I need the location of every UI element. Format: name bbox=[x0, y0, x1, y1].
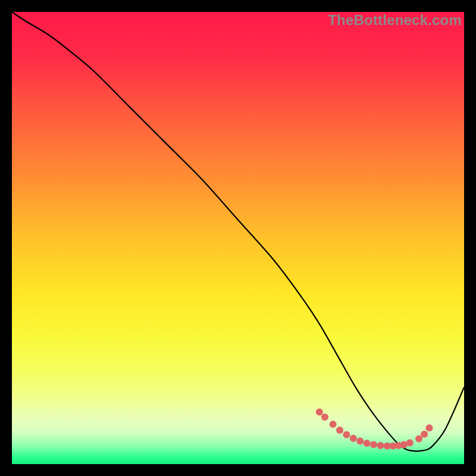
marker-dot bbox=[343, 431, 350, 439]
marker-dot bbox=[350, 435, 357, 442]
marker-dot bbox=[425, 424, 433, 431]
marker-dot bbox=[377, 442, 384, 449]
marker-dot bbox=[330, 421, 337, 428]
marker-dot bbox=[321, 414, 328, 421]
marker-dot bbox=[316, 409, 323, 416]
marker-dot bbox=[336, 427, 343, 434]
watermark-text: TheBottleneck.com bbox=[328, 12, 462, 29]
marker-dot bbox=[364, 440, 371, 447]
marker-dot bbox=[370, 441, 377, 448]
chart-svg bbox=[12, 12, 464, 464]
gradient-rect bbox=[12, 12, 464, 464]
plot-area: TheBottleneck.com bbox=[12, 12, 464, 464]
marker-dot bbox=[421, 431, 428, 438]
marker-dot bbox=[406, 439, 414, 446]
marker-dot bbox=[356, 437, 364, 444]
chart-container: TheBottleneck.com bbox=[0, 0, 476, 476]
